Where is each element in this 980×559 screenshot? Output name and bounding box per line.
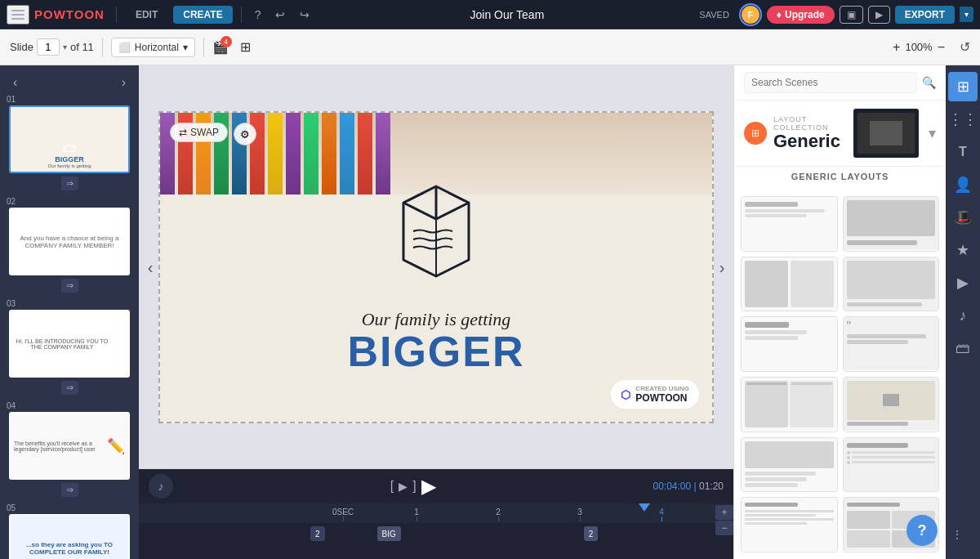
- layout-title-here[interactable]: Your title goes here: [741, 257, 838, 312]
- saved-status: SAVED: [699, 10, 728, 20]
- zoom-value: 100%: [905, 41, 932, 53]
- timeline-controls: ♪ [ ▶ ] ▶ 00:04:00 | 01:20: [139, 469, 733, 503]
- timeline-zoom-in-button[interactable]: +: [715, 505, 733, 520]
- layout-compare[interactable]: Compare & Contrast: [741, 377, 838, 432]
- help-icon: ?: [918, 522, 927, 539]
- slide-thumb-05[interactable]: 05 ...so they are asking you TO COMPLETE…: [3, 503, 136, 559]
- layout-label-quotes: "Quotes bring your story to life": [844, 370, 939, 372]
- avatar[interactable]: F: [739, 3, 762, 26]
- keyframe-2-second[interactable]: 2: [584, 526, 599, 541]
- slide-actions-03: ⇒: [61, 381, 78, 395]
- play-preview-button[interactable]: ▶: [868, 6, 890, 24]
- layout-main-point[interactable]: Add your main point: [843, 377, 940, 432]
- canvas-prev-button[interactable]: ‹: [145, 257, 155, 277]
- orientation-label: Horizontal: [135, 42, 179, 53]
- help-button[interactable]: ?: [906, 515, 938, 546]
- grid-view-button[interactable]: ⊞: [237, 36, 254, 58]
- layout-quotes[interactable]: " "Quotes bring your story to life": [843, 316, 940, 372]
- refresh-button[interactable]: ↺: [960, 39, 970, 55]
- box-illustration: [346, 129, 526, 309]
- slide-thumb-04[interactable]: 04 The benefits you'll receive as a lege…: [3, 401, 136, 497]
- layout-catchy-title[interactable]: A Catchy Title: [741, 196, 838, 252]
- backgrounds-icon-button[interactable]: 🗃: [948, 333, 978, 363]
- watermark-label: CREATED USING: [635, 385, 689, 392]
- slide-action-arrow-04[interactable]: ⇒: [61, 483, 78, 497]
- create-button[interactable]: CREATE: [173, 6, 232, 24]
- layout-big-title[interactable]: Your big title: [741, 437, 838, 493]
- help-circle-button[interactable]: ?: [250, 5, 266, 25]
- thumb-text-03: Hi, I'LL BE INTRODUCING YOU TO THE COMPA…: [14, 338, 110, 350]
- orientation-button[interactable]: ⬜ Horizontal ▾: [111, 38, 195, 57]
- layout-awesome-title[interactable]: Your Awesome Title: [843, 196, 940, 252]
- canvas-next-button[interactable]: ›: [717, 257, 727, 277]
- timeline-keyframes: 2 BIG 2: [139, 523, 733, 544]
- slide-thumbnail-03[interactable]: Hi, I'LL BE INTRODUCING YOU TO THE COMPA…: [9, 310, 130, 378]
- thumb-caption-01: Our family is getting: [47, 163, 91, 168]
- slide-thumb-03[interactable]: 03 Hi, I'LL BE INTRODUCING YOU TO THE CO…: [3, 299, 136, 395]
- search-icon[interactable]: 🔍: [922, 76, 936, 89]
- slides-prev-button[interactable]: ‹: [7, 72, 24, 93]
- characters-icon-button[interactable]: 👤: [948, 170, 978, 199]
- timeline-music-button[interactable]: ♪: [149, 474, 173, 499]
- nav-divider-2: [241, 7, 242, 23]
- slide-thumbnail-02[interactable]: And you have a chance at being a COMPANY…: [9, 208, 130, 275]
- ruler-label-3: 3: [577, 508, 582, 517]
- search-scenes-input[interactable]: [744, 72, 917, 93]
- ruler-tick-0: [343, 517, 344, 521]
- slide-action-arrow-03[interactable]: ⇒: [61, 381, 78, 395]
- slide-thumbnail-04[interactable]: The benefits you'll receive as a legenda…: [9, 412, 130, 480]
- thumb-text-04: The benefits you'll receive as a legenda…: [14, 440, 107, 452]
- keyframe-big[interactable]: BIG: [377, 526, 401, 541]
- slide-action-arrow-01[interactable]: ⇒: [61, 177, 78, 190]
- zoom-in-button[interactable]: +: [893, 40, 900, 55]
- layout-bullets[interactable]: Four bullet points: [843, 437, 940, 493]
- panel-search-area: 🔍: [734, 65, 946, 101]
- ruler-label-0: 0SEC: [332, 508, 354, 517]
- slide-thumb-02[interactable]: 02 And you have a chance at being a COMP…: [3, 197, 136, 293]
- video-preview-button[interactable]: ▣: [840, 6, 863, 24]
- canvas-settings-button[interactable]: ⚙: [234, 123, 256, 145]
- slide-thumb-01[interactable]: 01 🗃 BIGGER Our family is getting ⇒: [3, 95, 136, 190]
- props-icon: 🎩: [954, 208, 972, 226]
- slide-action-arrow-02[interactable]: ⇒: [61, 279, 78, 293]
- help-menu-icon: ⋮: [951, 528, 963, 541]
- generic-layouts-label: GENERIC LAYOUTS: [744, 172, 936, 181]
- timeline-play-controls: [ ▶ ] ▶: [181, 475, 644, 498]
- redo-button[interactable]: ↪: [295, 5, 314, 25]
- slides-next-button[interactable]: ›: [115, 72, 132, 93]
- settings-icon: ⚙: [240, 128, 250, 141]
- icon-bar: ⊞ ⋮⋮ T 👤 🎩 ★ ▶ ♪ 🗃: [946, 65, 980, 559]
- edit-button[interactable]: EDIT: [125, 5, 168, 25]
- panel-expand-button[interactable]: ▾: [929, 124, 936, 142]
- hamburger-menu-button[interactable]: [7, 5, 29, 25]
- text-icon-button[interactable]: T: [948, 137, 978, 167]
- stickers-icon-button[interactable]: ★: [948, 235, 978, 265]
- help-menu-button[interactable]: ⋮: [946, 523, 969, 546]
- slide-number-input[interactable]: [37, 38, 60, 56]
- music-icon-button[interactable]: ♪: [948, 301, 978, 330]
- media-icon-button[interactable]: ▶: [948, 268, 978, 297]
- layout-list-5[interactable]: Here's a list of 5: [741, 497, 838, 552]
- keyframe-2-first[interactable]: 2: [310, 526, 325, 541]
- ruler-tick-3: [580, 517, 581, 521]
- zoom-out-button[interactable]: −: [938, 40, 945, 55]
- layout-topic[interactable]: The topic: [843, 257, 940, 312]
- upgrade-button[interactable]: ♦ Upgrade: [767, 6, 835, 24]
- timeline-time-display: 00:04:00 | 01:20: [653, 481, 724, 492]
- export-button[interactable]: EXPORT: [895, 6, 955, 24]
- props-icon-button[interactable]: 🎩: [948, 203, 978, 232]
- slide-num-chevron[interactable]: ▾: [63, 42, 67, 51]
- layout-topic-2[interactable]: The topic: [741, 316, 838, 372]
- avatar-initial: F: [742, 6, 760, 24]
- layouts-icon-button[interactable]: ⊞: [948, 72, 978, 101]
- grid-icon-button[interactable]: ⋮⋮: [948, 105, 978, 134]
- slide-thumbnail-05[interactable]: ...so they are asking you TO COMPLETE OU…: [9, 514, 130, 559]
- slides-panel: ‹ › 01 🗃 BIGGER Our family is getting ⇒ …: [0, 65, 139, 559]
- slide-thumbnail-01[interactable]: 🗃 BIGGER Our family is getting: [9, 105, 130, 173]
- zoom-controls: + 100% −: [893, 40, 945, 55]
- timeline-play-button[interactable]: ▶: [421, 475, 436, 498]
- camera-button[interactable]: 🎬 4: [212, 39, 229, 55]
- export-dropdown-button[interactable]: ▾: [960, 7, 973, 22]
- swap-button[interactable]: ⇄ SWAP: [170, 123, 228, 142]
- undo-button[interactable]: ↩: [270, 5, 290, 25]
